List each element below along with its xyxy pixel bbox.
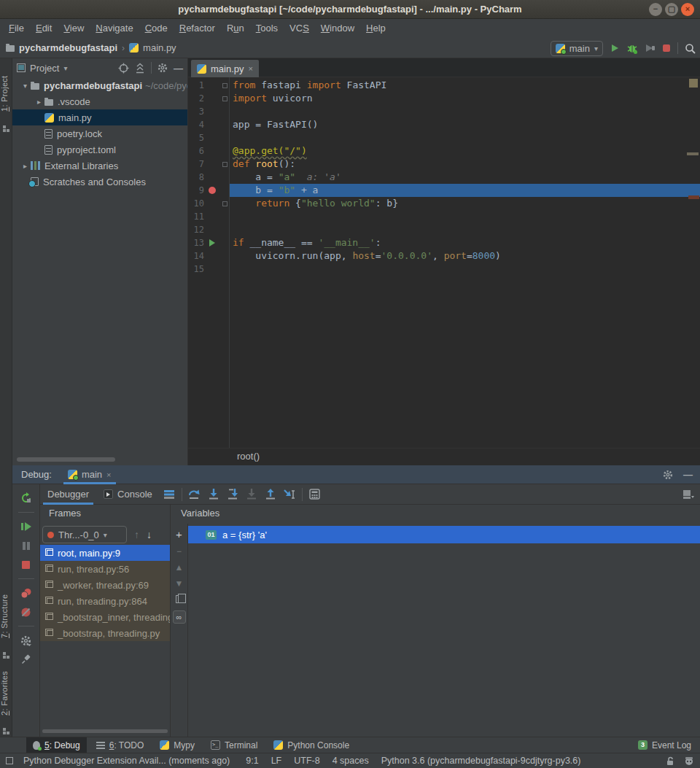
breadcrumb-project[interactable]: pycharmdebugfastapi [19,42,117,53]
frame-row[interactable]: run, threading.py:864 [40,593,170,609]
event-log-button[interactable]: 3 Event Log [638,740,691,750]
chevron-down-icon[interactable]: ▾ [63,64,67,72]
coverage-button[interactable] [645,43,656,53]
fold-marker-icon[interactable] [222,96,228,101]
gutter-line-2[interactable]: 2 [188,92,229,105]
code-line-5[interactable] [230,131,700,144]
gutter-line-6[interactable]: 6 [188,144,229,158]
tab-console[interactable]: Console [96,484,160,505]
restore-layout-button[interactable] [682,489,694,500]
hide-panel-button[interactable]: — [174,63,183,74]
code-line-11[interactable] [230,210,700,223]
gutter-line-13[interactable]: 13 [188,236,229,249]
mute-breakpoints-button[interactable] [20,602,31,621]
gutter-line-10[interactable]: 10 [188,197,229,210]
run-to-cursor-button[interactable] [280,484,299,505]
run-line-icon[interactable] [209,239,215,247]
editor-tab-main-py[interactable]: main.py × [191,60,259,77]
locate-file-button[interactable] [118,63,129,74]
move-up-button[interactable]: ▲ [175,563,184,572]
code-editor[interactable]: 123456789101112131415 from fastapi impor… [188,77,700,448]
threads-view-icon[interactable] [160,484,179,505]
close-icon[interactable]: × [106,470,111,479]
gutter-line-4[interactable]: 4 [188,118,229,131]
tree-item-pycharmdebugfastapi[interactable]: ▾pycharmdebugfastapi~/code/pycharmdebugf… [12,77,187,93]
tree-chevron-icon[interactable]: ▸ [34,98,44,106]
interpreter[interactable]: Python 3.6 (pycharmdebugfastapi-9cdjtyrg… [381,756,581,766]
tree-item-scratches-and-consoles[interactable]: Scratches and Consoles [12,174,187,190]
breakpoint-icon[interactable] [209,187,216,194]
move-down-button[interactable]: ▼ [175,579,184,588]
code-line-14[interactable]: uvicorn.run(app, host='0.0.0.0', port=80… [230,249,700,263]
remove-watch-button[interactable]: − [176,547,182,556]
view-breakpoints-button[interactable] [20,583,32,602]
step-out-button[interactable] [261,484,280,505]
add-watch-button[interactable]: + [176,530,182,540]
step-into-button[interactable] [204,484,223,505]
frame-row[interactable]: _bootstrap_inner, threading.py [40,609,170,625]
gutter-line-12[interactable]: 12 [188,223,229,236]
tree-item-poetry-lock[interactable]: poetry.lock [12,125,187,141]
close-button[interactable]: × [681,3,694,16]
previous-frame-button[interactable]: ↑ [134,529,139,540]
stripe-structure[interactable]: 7: Structure [0,583,12,649]
toolwindow-button-5-debug[interactable]: 5: Debug [26,737,87,753]
menu-refactor[interactable]: Refactor [174,19,221,38]
frames-horizontal-scrollbar[interactable] [42,729,168,733]
gutter-line-1[interactable]: 1 [188,79,229,92]
frame-row[interactable]: run, thread.py:56 [40,561,170,577]
line-ending[interactable]: LF [271,756,282,766]
gutter-line-3[interactable]: 3 [188,105,229,118]
fold-marker-icon[interactable] [222,201,228,206]
gutter-line-8[interactable]: 8 [188,171,229,184]
collapse-all-button[interactable] [135,63,145,74]
project-horizontal-scrollbar[interactable] [17,457,115,462]
gutter-line-9[interactable]: 9 [188,184,229,197]
stop-button[interactable] [21,555,31,574]
editor-breadcrumb[interactable]: root() [237,451,260,462]
frame-row[interactable]: _bootstrap, threading.py [40,625,170,641]
debug-session-tab[interactable]: main × [63,465,116,484]
hide-panel-button[interactable]: — [683,469,693,480]
caret-position[interactable]: 9:1 [246,756,258,766]
toolwindow-button-mypy[interactable]: Mypy [153,737,201,753]
menu-navigate[interactable]: Navigate [90,19,139,38]
warning-stripe-marker[interactable] [687,152,699,155]
variable-row[interactable]: 01a = {str} 'a' [188,526,700,543]
code-line-10[interactable]: return {"hello world": b} [230,197,700,210]
code-line-2[interactable]: import uvicorn [230,92,700,105]
gear-icon[interactable] [158,63,168,73]
gutter-line-11[interactable]: 11 [188,210,229,223]
duplicate-watch-icon[interactable] [176,595,182,603]
step-over-button[interactable] [185,484,204,505]
code-line-8[interactable]: a = "a" a: 'a' [230,171,700,184]
menu-code[interactable]: Code [139,19,174,38]
breakpoint-stripe-marker[interactable] [688,195,699,199]
code-area[interactable]: from fastapi import FastAPIimport uvicor… [230,79,700,276]
close-icon[interactable]: × [249,64,253,73]
breadcrumb-file[interactable]: main.py [143,42,176,53]
code-line-15[interactable] [230,263,700,276]
fold-marker-icon[interactable] [222,162,228,167]
pin-tab-icon[interactable] [21,650,31,669]
menu-view[interactable]: View [58,19,90,38]
code-line-7[interactable]: def root(): [230,158,700,171]
gutter-line-14[interactable]: 14 [188,249,229,263]
menu-vcs[interactable]: VCS [284,19,315,38]
code-line-3[interactable] [230,105,700,118]
maximize-button[interactable]: ▢ [665,3,678,16]
fold-marker-icon[interactable] [222,83,228,88]
gutter-line-5[interactable]: 5 [188,131,229,144]
next-frame-button[interactable]: ↓ [147,529,152,540]
code-line-6[interactable]: @app.get("/") [230,144,700,158]
debug-settings-gear-icon[interactable] [20,631,31,650]
code-line-1[interactable]: from fastapi import FastAPI [230,79,700,92]
frame-row[interactable]: _worker, thread.py:69 [40,577,170,593]
gutter-line-7[interactable]: 7 [188,158,229,171]
evaluate-expression-button[interactable] [306,484,324,505]
gear-icon[interactable] [663,470,673,480]
stripe-favorites[interactable]: 2: Favorites [0,661,12,725]
tree-item-pyproject-toml[interactable]: pyproject.toml [12,141,187,158]
smart-step-into-button[interactable] [242,484,261,505]
toolwindow-button-6-todo[interactable]: 6: TODO [90,737,151,753]
